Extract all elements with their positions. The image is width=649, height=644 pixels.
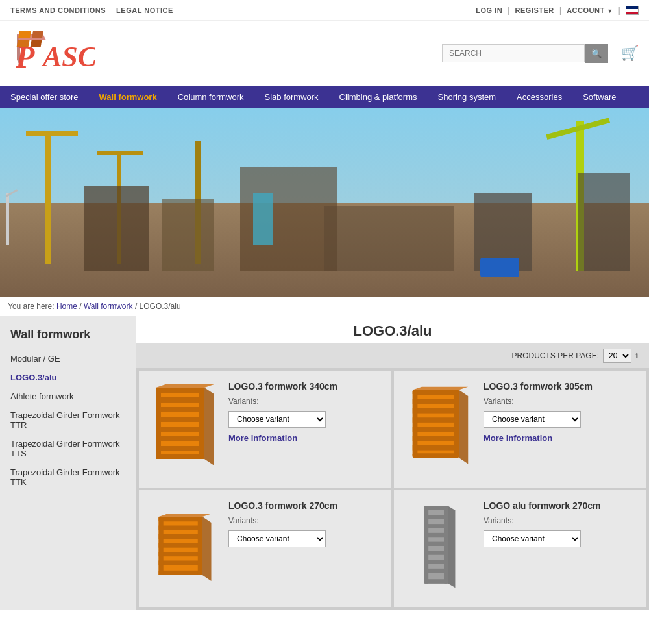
top-bar-links: TERMS AND CONDITIONS LEGAL NOTICE [10, 6, 173, 14]
svg-rect-56 [424, 506, 428, 584]
product-image-2 [404, 381, 476, 472]
variants-label-4: Variants: [484, 516, 636, 525]
sidebar-item-tts[interactable]: Trapezoidal Girder Formwork TTS [0, 434, 136, 463]
svg-rect-16 [156, 454, 204, 459]
svg-rect-27 [412, 436, 458, 441]
products-per-page-select[interactable]: 20 [603, 349, 631, 363]
hero-construction [0, 108, 649, 297]
search-button[interactable]: 🔍 [585, 44, 608, 63]
svg-rect-26 [412, 427, 458, 432]
breadcrumb-current: LOGO.3/alu [140, 302, 181, 311]
svg-rect-28 [412, 445, 458, 451]
svg-marker-20 [156, 384, 214, 388]
variants-select-1[interactable]: Choose variant [228, 411, 326, 428]
svg-marker-44 [202, 517, 212, 581]
svg-rect-6 [31, 40, 42, 47]
more-info-link-1[interactable]: More information [228, 433, 381, 443]
svg-rect-10 [156, 397, 204, 402]
nav-column-formwork[interactable]: Column formwork [167, 86, 254, 108]
search-input[interactable] [442, 44, 585, 62]
svg-rect-30 [412, 390, 417, 458]
variants-label-1: Variants: [228, 397, 381, 406]
svg-rect-36 [159, 526, 203, 530]
svg-rect-13 [156, 427, 204, 432]
header: P ASCHAL 🔍 🛒 [0, 21, 649, 86]
svg-rect-38 [159, 543, 203, 548]
nav-software[interactable]: Software [572, 86, 626, 108]
svg-rect-12 [156, 417, 204, 422]
cart-icon[interactable]: 🛒 [621, 45, 639, 62]
nav-special-offer[interactable]: Special offer store [0, 86, 89, 108]
product-card-2: LOGO.3 formwork 305cm Variants: Choose v… [394, 371, 646, 488]
account-link[interactable]: ACCOUNT ▼ [567, 6, 613, 14]
product-card-4: LOGO alu formwork 270cm Variants: Choose… [394, 490, 646, 607]
svg-rect-41 [159, 571, 203, 575]
search-container: 🔍 🛒 [442, 44, 639, 63]
formwork-panel-svg-1 [153, 384, 217, 469]
breadcrumb: You are here: Home / Wall formwork / LOG… [0, 297, 649, 316]
nav-accessories[interactable]: Accessories [506, 86, 572, 108]
nav-slab-formwork[interactable]: Slab formwork [254, 86, 329, 108]
sidebar-item-ttr[interactable]: Trapezoidal Girder Formwork TTR [0, 406, 136, 434]
main-content: LOGO.3/alu PRODUCTS PER PAGE: 20 ℹ [136, 316, 649, 610]
logo: P ASCHAL [10, 27, 95, 79]
svg-rect-42 [159, 517, 164, 575]
svg-rect-23 [412, 399, 458, 404]
variants-label-3: Variants: [228, 516, 381, 525]
breadcrumb-wall-formwork[interactable]: Wall formwork [84, 302, 133, 311]
product-name-1: LOGO.3 formwork 340cm [228, 381, 381, 391]
main-title: LOGO.3/alu [136, 316, 649, 343]
svg-marker-58 [448, 506, 455, 588]
svg-rect-15 [156, 446, 204, 451]
svg-rect-35 [159, 517, 203, 521]
svg-rect-37 [159, 534, 203, 539]
legal-link[interactable]: LEGAL NOTICE [116, 6, 173, 14]
products-per-page-label: PRODUCTS PER PAGE: [512, 351, 599, 360]
hero-image [0, 108, 649, 297]
product-name-4: LOGO alu formwork 270cm [484, 501, 636, 511]
nav-shoring-system[interactable]: Shoring system [428, 86, 507, 108]
formwork-panel-svg-4 [422, 504, 458, 588]
more-info-link-2[interactable]: More information [484, 433, 636, 443]
nav-wall-formwork[interactable]: Wall formwork [89, 86, 167, 108]
register-link[interactable]: REGISTER [515, 6, 554, 14]
svg-rect-14 [156, 436, 204, 441]
logo-area: P ASCHAL [10, 27, 95, 79]
svg-marker-33 [412, 386, 468, 390]
svg-rect-24 [412, 408, 458, 414]
product-grid: LOGO.3 formwork 340cm Variants: Choose v… [136, 368, 649, 610]
sidebar-item-modular[interactable]: Modular / GE [0, 349, 136, 368]
svg-rect-25 [412, 417, 458, 423]
content-area: Wall formwork Modular / GE LOGO.3/alu At… [0, 316, 649, 623]
svg-rect-4 [32, 31, 43, 38]
svg-rect-43 [198, 517, 202, 575]
svg-rect-5 [17, 40, 30, 47]
sidebar-item-logo3alu[interactable]: LOGO.3/alu [0, 368, 136, 387]
product-card-1: LOGO.3 formwork 340cm Variants: Choose v… [139, 371, 391, 488]
product-image-4 [404, 501, 476, 591]
sidebar-item-athlete[interactable]: Athlete formwork [0, 387, 136, 406]
svg-rect-29 [412, 453, 458, 458]
breadcrumb-home[interactable]: Home [56, 302, 77, 311]
svg-rect-57 [444, 506, 448, 584]
product-image-3 [149, 501, 221, 591]
variants-select-3[interactable]: Choose variant [228, 530, 326, 547]
product-info-2: LOGO.3 formwork 305cm Variants: Choose v… [484, 381, 636, 443]
variants-label-2: Variants: [484, 397, 636, 406]
product-info-3: LOGO.3 formwork 270cm Variants: Choose v… [228, 501, 381, 547]
login-link[interactable]: LOG IN [476, 6, 502, 14]
terms-link[interactable]: TERMS AND CONDITIONS [10, 6, 106, 14]
product-name-3: LOGO.3 formwork 270cm [228, 501, 381, 511]
svg-marker-45 [159, 514, 212, 517]
svg-rect-3 [18, 31, 31, 38]
variants-select-4[interactable]: Choose variant [484, 530, 581, 547]
variants-select-2[interactable]: Choose variant [484, 411, 581, 428]
language-flag[interactable] [626, 6, 639, 15]
product-card-3: LOGO.3 formwork 270cm Variants: Choose v… [139, 490, 391, 607]
product-info-4: LOGO alu formwork 270cm Variants: Choose… [484, 501, 636, 547]
sidebar: Wall formwork Modular / GE LOGO.3/alu At… [0, 316, 136, 610]
nav-climbing-platforms[interactable]: Climbing & platforms [329, 86, 428, 108]
svg-rect-17 [156, 388, 161, 459]
svg-rect-39 [159, 552, 203, 556]
sidebar-item-ttk[interactable]: Trapezoidal Girder Formwork TTK [0, 463, 136, 491]
